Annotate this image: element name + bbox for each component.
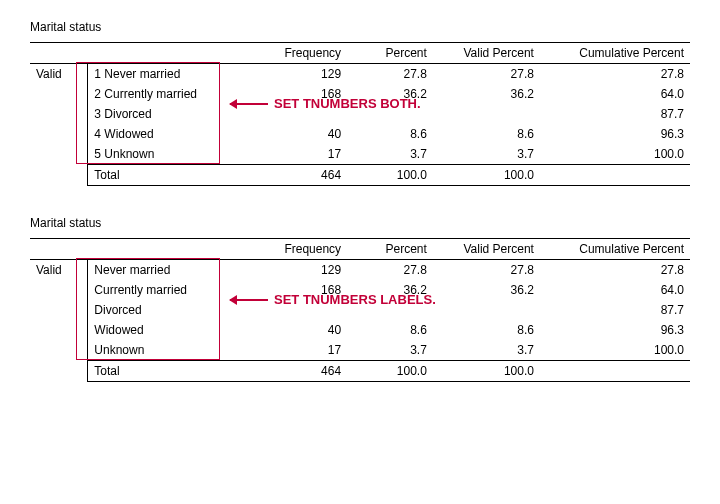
cell-pct: 27.8 — [347, 260, 433, 281]
table: Frequency Percent Valid Percent Cumulati… — [30, 238, 690, 382]
cell-freq: 17 — [251, 144, 347, 165]
row-label: 4 Widowed — [88, 124, 251, 144]
row-label: Unknown — [88, 340, 251, 361]
header-frequency: Frequency — [251, 43, 347, 64]
cell-cpct: 87.7 — [540, 104, 690, 124]
cell-cpct: 87.7 — [540, 300, 690, 320]
cell-freq: 168 — [251, 280, 347, 300]
row-label: 2 Currently married — [88, 84, 251, 104]
header-valid-percent: Valid Percent — [433, 43, 540, 64]
cell-cpct: 27.8 — [540, 260, 690, 281]
cell-pct — [347, 104, 433, 124]
total-row: Total 464 100.0 100.0 — [30, 361, 690, 382]
total-freq: 464 — [251, 361, 347, 382]
cell-freq — [251, 300, 347, 320]
frequency-table-both: Marital status Frequency Percent Valid P… — [30, 20, 690, 186]
header-frequency: Frequency — [251, 239, 347, 260]
header-percent: Percent — [347, 43, 433, 64]
total-cpct — [540, 361, 690, 382]
cell-cpct: 27.8 — [540, 64, 690, 85]
valid-label: Valid — [30, 64, 88, 186]
total-row: Total 464 100.0 100.0 — [30, 165, 690, 186]
row-label: Divorced — [88, 300, 251, 320]
cell-cpct: 100.0 — [540, 340, 690, 361]
total-vpct: 100.0 — [433, 361, 540, 382]
total-freq: 464 — [251, 165, 347, 186]
table-row: Unknown 17 3.7 3.7 100.0 — [30, 340, 690, 361]
frequency-table-labels: Marital status Frequency Percent Valid P… — [30, 216, 690, 382]
cell-vpct: 3.7 — [433, 144, 540, 165]
cell-pct: 8.6 — [347, 320, 433, 340]
cell-pct: 36.2 — [347, 280, 433, 300]
header-blank — [88, 43, 251, 64]
total-vpct: 100.0 — [433, 165, 540, 186]
cell-vpct: 27.8 — [433, 64, 540, 85]
row-label: Widowed — [88, 320, 251, 340]
table-row: 5 Unknown 17 3.7 3.7 100.0 — [30, 144, 690, 165]
cell-vpct: 8.6 — [433, 320, 540, 340]
row-label: Never married — [88, 260, 251, 281]
table-row: Valid 1 Never married 129 27.8 27.8 27.8 — [30, 64, 690, 85]
table-title: Marital status — [30, 20, 690, 34]
cell-freq — [251, 104, 347, 124]
cell-freq: 129 — [251, 260, 347, 281]
header-cumulative-percent: Cumulative Percent — [540, 43, 690, 64]
table-title: Marital status — [30, 216, 690, 230]
cell-vpct — [433, 104, 540, 124]
cell-pct: 27.8 — [347, 64, 433, 85]
total-label: Total — [88, 361, 251, 382]
cell-freq: 17 — [251, 340, 347, 361]
total-cpct — [540, 165, 690, 186]
cell-pct: 36.2 — [347, 84, 433, 104]
row-label: 3 Divorced — [88, 104, 251, 124]
table-row: Currently married 168 36.2 36.2 64.0 — [30, 280, 690, 300]
cell-cpct: 96.3 — [540, 124, 690, 144]
cell-vpct: 36.2 — [433, 84, 540, 104]
cell-cpct: 64.0 — [540, 84, 690, 104]
cell-vpct — [433, 300, 540, 320]
cell-vpct: 3.7 — [433, 340, 540, 361]
header-blank — [30, 43, 88, 64]
table-header-row: Frequency Percent Valid Percent Cumulati… — [30, 43, 690, 64]
cell-freq: 129 — [251, 64, 347, 85]
header-blank — [30, 239, 88, 260]
table-header-row: Frequency Percent Valid Percent Cumulati… — [30, 239, 690, 260]
table-row: 4 Widowed 40 8.6 8.6 96.3 — [30, 124, 690, 144]
cell-pct — [347, 300, 433, 320]
total-pct: 100.0 — [347, 361, 433, 382]
cell-vpct: 8.6 — [433, 124, 540, 144]
cell-pct: 3.7 — [347, 144, 433, 165]
row-label: Currently married — [88, 280, 251, 300]
cell-cpct: 100.0 — [540, 144, 690, 165]
cell-freq: 40 — [251, 124, 347, 144]
header-blank — [88, 239, 251, 260]
table-row: Valid Never married 129 27.8 27.8 27.8 — [30, 260, 690, 281]
cell-cpct: 64.0 — [540, 280, 690, 300]
cell-vpct: 27.8 — [433, 260, 540, 281]
table-row: Divorced 87.7 — [30, 300, 690, 320]
cell-vpct: 36.2 — [433, 280, 540, 300]
cell-pct: 3.7 — [347, 340, 433, 361]
header-valid-percent: Valid Percent — [433, 239, 540, 260]
header-percent: Percent — [347, 239, 433, 260]
cell-freq: 40 — [251, 320, 347, 340]
table-row: 2 Currently married 168 36.2 36.2 64.0 — [30, 84, 690, 104]
total-pct: 100.0 — [347, 165, 433, 186]
row-label: 1 Never married — [88, 64, 251, 85]
total-label: Total — [88, 165, 251, 186]
table-row: Widowed 40 8.6 8.6 96.3 — [30, 320, 690, 340]
cell-freq: 168 — [251, 84, 347, 104]
row-label: 5 Unknown — [88, 144, 251, 165]
header-cumulative-percent: Cumulative Percent — [540, 239, 690, 260]
table: Frequency Percent Valid Percent Cumulati… — [30, 42, 690, 186]
valid-label: Valid — [30, 260, 88, 382]
cell-cpct: 96.3 — [540, 320, 690, 340]
cell-pct: 8.6 — [347, 124, 433, 144]
table-row: 3 Divorced 87.7 — [30, 104, 690, 124]
